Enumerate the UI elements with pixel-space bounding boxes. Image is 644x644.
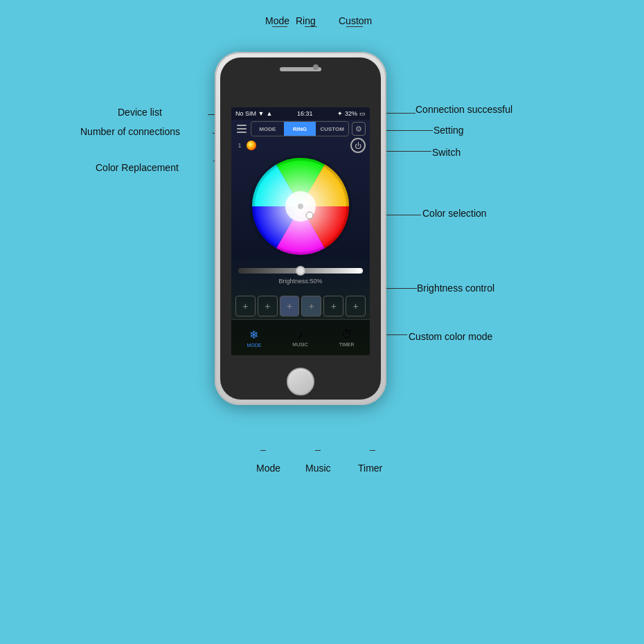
color-replacement-label: Color Replacement bbox=[96, 162, 179, 173]
nav-mode-label: MODE bbox=[247, 343, 261, 348]
battery-icon: ▭ bbox=[359, 110, 366, 117]
connection-successful-line bbox=[386, 113, 415, 114]
custom-color-mode-label: Custom color mode bbox=[409, 331, 492, 342]
swatch-2[interactable]: + bbox=[258, 296, 278, 316]
mode-bottom-line bbox=[260, 450, 266, 451]
nav-tabs: MODE RING CUSTOM ⚙ bbox=[235, 121, 366, 136]
status-left: No SIM ▼ ▲ bbox=[235, 110, 272, 117]
swatch-6[interactable]: + bbox=[346, 296, 366, 316]
custom-color-mode-line bbox=[386, 334, 407, 335]
brightness-thumb[interactable] bbox=[296, 266, 305, 276]
custom-ann-line bbox=[346, 26, 363, 27]
ring-ann-line bbox=[305, 26, 317, 27]
connection-count: 1 bbox=[235, 142, 244, 149]
brightness-track bbox=[238, 268, 363, 274]
num-connections-label: Number of connections bbox=[80, 126, 180, 137]
svg-point-5 bbox=[306, 212, 313, 219]
brightness-control-label: Brightness control bbox=[417, 283, 494, 294]
tab-ring[interactable]: RING bbox=[284, 122, 316, 136]
timer-bottom-label: Timer bbox=[358, 463, 382, 474]
swatch-4[interactable]: + bbox=[301, 296, 321, 316]
status-bar: No SIM ▼ ▲ 16:31 ✦ 32% ▭ bbox=[231, 107, 370, 120]
color-selection-line bbox=[386, 215, 421, 215]
timer-bottom-line bbox=[370, 450, 375, 451]
phone-camera bbox=[313, 64, 319, 70]
tab-group: MODE RING CUSTOM bbox=[251, 121, 349, 136]
svg-point-4 bbox=[298, 204, 303, 209]
connection-successful-label: Connection successful bbox=[415, 104, 512, 115]
music-bottom-line bbox=[315, 450, 321, 451]
status-right: ✦ 32% ▭ bbox=[337, 110, 366, 117]
swatch-5[interactable]: + bbox=[323, 296, 343, 316]
brightness-control-line bbox=[386, 288, 417, 289]
tab-custom[interactable]: CUSTOM bbox=[316, 122, 348, 136]
nav-music[interactable]: ♪ MUSIC bbox=[292, 328, 308, 347]
gear-button[interactable]: ⚙ bbox=[352, 122, 366, 136]
bluetooth-icon: ✦ bbox=[337, 110, 343, 117]
color-dot[interactable] bbox=[247, 141, 256, 150]
mode-annotation-label: Mode bbox=[265, 15, 289, 26]
setting-label: Setting bbox=[433, 125, 464, 136]
time-text: 16:31 bbox=[297, 110, 313, 117]
carrier-text: No SIM ▼ bbox=[235, 110, 264, 117]
device-list-label: Device list bbox=[118, 107, 162, 118]
mode-bottom-label: Mode bbox=[256, 463, 280, 474]
connection-row: 1 ⏻ bbox=[235, 139, 366, 152]
setting-line bbox=[386, 130, 433, 131]
tab-mode[interactable]: MODE bbox=[251, 122, 284, 136]
mode-ann-line bbox=[272, 26, 287, 27]
nav-mode[interactable]: ❄ MODE bbox=[247, 328, 261, 348]
custom-annotation-label: Custom bbox=[339, 15, 372, 26]
nav-timer[interactable]: ⏱ TIMER bbox=[339, 328, 355, 347]
brightness-control: Brightness:50% bbox=[238, 268, 363, 285]
phone-screen: No SIM ▼ ▲ 16:31 ✦ 32% ▭ MODE RING bbox=[231, 107, 370, 355]
home-button[interactable] bbox=[287, 368, 314, 395]
swatch-1[interactable]: + bbox=[235, 296, 256, 316]
timer-icon: ⏱ bbox=[341, 328, 352, 341]
bottom-nav: ❄ MODE ♪ MUSIC ⏱ TIMER bbox=[231, 319, 370, 355]
wifi-icon: ▲ bbox=[266, 110, 272, 117]
color-wheel[interactable] bbox=[249, 154, 352, 258]
hamburger-menu[interactable] bbox=[235, 123, 248, 135]
switch-label: Switch bbox=[432, 147, 460, 158]
nav-timer-label: TIMER bbox=[339, 342, 355, 347]
brightness-label: Brightness:50% bbox=[238, 278, 363, 285]
color-selection-label: Color selection bbox=[422, 208, 487, 219]
swatch-3[interactable]: + bbox=[280, 296, 300, 316]
phone-shell: No SIM ▼ ▲ 16:31 ✦ 32% ▭ MODE RING bbox=[215, 52, 386, 405]
music-icon: ♪ bbox=[298, 328, 303, 341]
color-wheel-svg bbox=[249, 154, 352, 258]
swatches-row: + + + + + + bbox=[235, 294, 366, 318]
phone-inner: No SIM ▼ ▲ 16:31 ✦ 32% ▭ MODE RING bbox=[220, 57, 381, 400]
power-button[interactable]: ⏻ bbox=[350, 138, 366, 153]
music-bottom-label: Music bbox=[305, 463, 331, 474]
nav-music-label: MUSIC bbox=[292, 342, 308, 347]
mode-icon: ❄ bbox=[249, 328, 258, 341]
switch-line bbox=[386, 151, 431, 152]
ring-annotation-label: Ring bbox=[296, 15, 316, 26]
battery-text: 32% bbox=[345, 110, 357, 117]
